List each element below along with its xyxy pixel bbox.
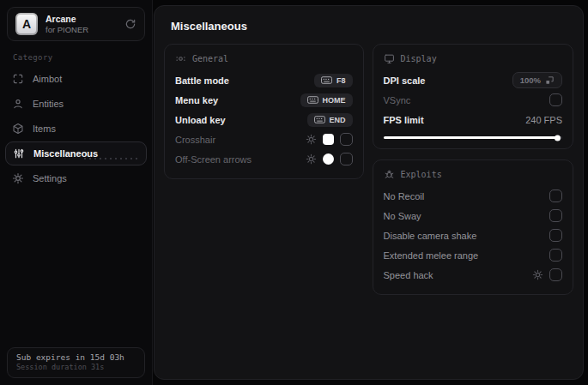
dots-decoration bbox=[82, 156, 139, 162]
speed-hack-row: Speed hack bbox=[384, 265, 562, 285]
menu-key-keybind[interactable]: HOME bbox=[300, 93, 353, 107]
app-name: Arcane bbox=[45, 14, 117, 25]
sidebar-item-label: Settings bbox=[33, 173, 67, 183]
disable-camera-shake-checkbox[interactable] bbox=[549, 229, 562, 242]
unload-key-label: Unload key bbox=[175, 115, 226, 125]
fps-limit-slider[interactable] bbox=[384, 136, 562, 139]
menu-key-row: Menu key HOME bbox=[175, 90, 353, 110]
crosshair-label: Crosshair bbox=[175, 135, 215, 145]
battle-mode-row: Battle mode F8 bbox=[175, 70, 353, 90]
app-logo: A bbox=[15, 13, 38, 35]
sidebar-item-label: Entities bbox=[33, 99, 64, 109]
battle-mode-label: Battle mode bbox=[175, 75, 229, 86]
sidebar-item-items[interactable]: Items bbox=[0, 117, 152, 141]
no-sway-checkbox[interactable] bbox=[549, 209, 562, 222]
sub-expiry-text: Sub expires in 15d 03h bbox=[16, 352, 136, 362]
extended-melee-range-checkbox[interactable] bbox=[549, 249, 562, 262]
crosshair-settings-gear-icon[interactable] bbox=[306, 134, 317, 145]
fps-limit-row: FPS limit 240 FPS bbox=[384, 110, 562, 129]
keyboard-icon bbox=[307, 96, 318, 104]
dpi-scale-row: DPI scale 100% bbox=[384, 70, 562, 90]
fps-slider-fill bbox=[384, 136, 559, 139]
sidebar-item-label: Items bbox=[33, 123, 56, 134]
extended-melee-range-label: Extended melee range bbox=[384, 250, 479, 261]
general-grid-icon bbox=[175, 53, 186, 64]
display-card-title: Display bbox=[401, 54, 437, 63]
bug-icon bbox=[384, 169, 395, 180]
exploits-card-title: Exploits bbox=[401, 170, 442, 179]
keyboard-icon bbox=[321, 76, 332, 84]
sliders-icon bbox=[13, 147, 25, 159]
no-recoil-label: No Recoil bbox=[384, 191, 425, 202]
vsync-row: VSync bbox=[384, 90, 562, 110]
sidebar-item-entities[interactable]: Entities bbox=[0, 92, 152, 116]
viewfinder-icon bbox=[12, 73, 24, 85]
disable-camera-shake-label: Disable camera shake bbox=[384, 231, 477, 241]
offscreen-arrows-label: Off-Screen arrows bbox=[175, 154, 252, 165]
speed-hack-label: Speed hack bbox=[384, 270, 433, 280]
display-card: Display DPI scale 100% VSync bbox=[373, 44, 573, 149]
sidebar-item-label: Aimbot bbox=[33, 74, 62, 84]
scale-icon bbox=[545, 75, 555, 85]
sidebar-item-settings[interactable]: Settings bbox=[0, 166, 152, 190]
package-icon bbox=[12, 123, 24, 135]
gear-icon bbox=[12, 172, 24, 184]
crosshair-checkbox[interactable] bbox=[340, 133, 353, 146]
no-recoil-row: No Recoil bbox=[384, 186, 562, 206]
sidebar-item-aimbot[interactable]: Aimbot bbox=[0, 67, 152, 91]
sidebar: A Arcane for PIONER Category Aimbot Enti… bbox=[0, 0, 153, 385]
entities-icon bbox=[12, 98, 24, 110]
speed-hack-checkbox[interactable] bbox=[549, 268, 562, 281]
exploits-card: Exploits No Recoil No Sway Disable camer… bbox=[373, 159, 573, 295]
refresh-icon[interactable] bbox=[124, 18, 136, 30]
page-title: Miscellaneous bbox=[171, 20, 574, 33]
category-label: Category bbox=[13, 53, 152, 62]
fps-limit-label: FPS limit bbox=[384, 115, 424, 125]
general-card: General Battle mode F8 Menu key bbox=[164, 44, 364, 179]
app-header-card[interactable]: A Arcane for PIONER bbox=[7, 7, 145, 41]
offscreen-checkbox[interactable] bbox=[340, 153, 353, 165]
battle-mode-keybind[interactable]: F8 bbox=[314, 74, 353, 87]
no-sway-row: No Sway bbox=[384, 206, 562, 226]
unload-key-keybind[interactable]: END bbox=[307, 113, 353, 127]
speed-hack-settings-gear-icon[interactable] bbox=[532, 269, 543, 280]
no-sway-label: No Sway bbox=[384, 211, 421, 221]
fps-slider-thumb[interactable] bbox=[555, 135, 561, 141]
fps-limit-value: 240 FPS bbox=[525, 115, 562, 125]
crosshair-row: Crosshair bbox=[175, 129, 353, 149]
no-recoil-checkbox[interactable] bbox=[549, 189, 562, 202]
menu-key-label: Menu key bbox=[175, 95, 218, 105]
sidebar-item-miscellaneous[interactable]: Miscellaneous bbox=[5, 141, 147, 165]
keyboard-icon bbox=[314, 116, 325, 123]
extended-melee-range-row: Extended melee range bbox=[384, 245, 562, 265]
app-subtitle: for PIONER bbox=[45, 25, 117, 35]
dpi-scale-label: DPI scale bbox=[384, 75, 426, 86]
offscreen-arrows-row: Off-Screen arrows bbox=[175, 149, 353, 169]
vsync-checkbox[interactable] bbox=[549, 93, 562, 106]
offscreen-settings-gear-icon[interactable] bbox=[306, 153, 317, 165]
general-card-title: General bbox=[192, 54, 228, 63]
session-duration-text: Session duration 31s bbox=[16, 363, 136, 371]
subscription-card: Sub expires in 15d 03h Session duration … bbox=[7, 347, 145, 378]
unload-key-row: Unload key END bbox=[175, 110, 353, 129]
vsync-label: VSync bbox=[384, 95, 411, 105]
dpi-scale-select[interactable]: 100% bbox=[512, 72, 562, 88]
crosshair-color-swatch[interactable] bbox=[323, 134, 334, 145]
monitor-icon bbox=[384, 53, 395, 64]
main-panel: Miscellaneous General Battle mode bbox=[154, 5, 584, 380]
disable-camera-shake-row: Disable camera shake bbox=[384, 226, 562, 245]
offscreen-color-swatch[interactable] bbox=[323, 153, 334, 165]
